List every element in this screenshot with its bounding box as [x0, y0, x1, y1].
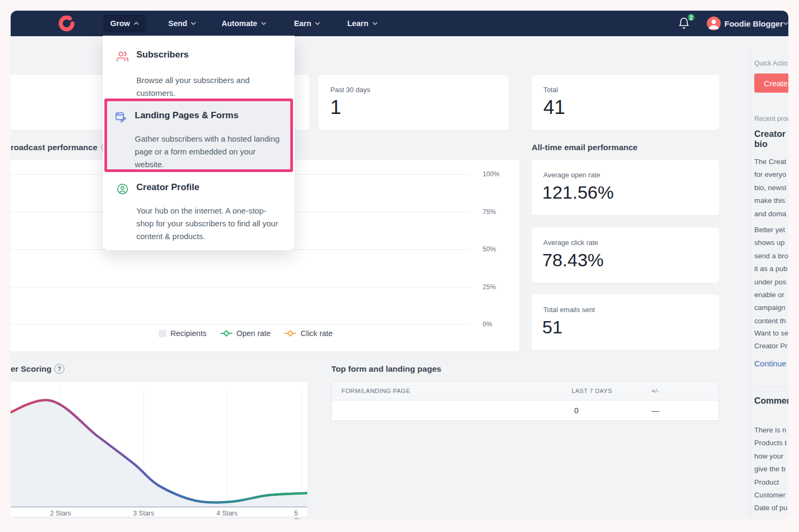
- top-navbar: Grow Send Automate Earn Learn 2: [11, 11, 788, 36]
- legend-item[interactable]: Click rate: [284, 329, 332, 338]
- click-rate-card: Average click rate 78.43%: [532, 227, 719, 283]
- stat-label: Average open rate: [543, 171, 600, 179]
- text-line: Date of pu: [754, 502, 787, 514]
- x-axis-tick: 3 Stars: [133, 510, 154, 517]
- y-axis-tick: 0%: [483, 321, 492, 328]
- top-forms-title: Top form and landing pages: [331, 364, 441, 374]
- text-line: for everyo: [754, 168, 786, 181]
- text-line: Creator Pr: [754, 340, 788, 353]
- quick-actions-label: Quick Actio: [754, 60, 788, 67]
- bio-paragraph-3: Want to seCreator Pr: [754, 327, 788, 353]
- stat-value: 121.56%: [542, 182, 614, 203]
- legend-swatch-icon: [159, 330, 166, 337]
- legend-label: Click rate: [300, 329, 332, 338]
- continue-link[interactable]: Continue: [754, 359, 786, 368]
- app-page: Grow Send Automate Earn Learn 2: [11, 11, 788, 519]
- bio-paragraph-1: The Creatfor everyobio, newslmake thisan…: [754, 155, 786, 220]
- legend-label: Recipients: [170, 329, 207, 338]
- user-menu[interactable]: Foodie Blogger: [724, 11, 783, 36]
- menu-item-description: Browse all your subscribers and customer…: [136, 74, 283, 100]
- text-line: Products t: [754, 437, 787, 449]
- legend-item[interactable]: Open rate: [221, 329, 271, 338]
- nav-grow-label: Grow: [110, 19, 130, 28]
- menu-item-title: Creator Profile: [136, 182, 199, 193]
- text-line: Better yet: [754, 224, 788, 236]
- menu-item-description: Your hub on the internet. A one-stop-sho…: [136, 204, 283, 243]
- stat-label: Past 30 days: [330, 86, 370, 94]
- nav-automate-label: Automate: [222, 19, 257, 28]
- nav-item-learn[interactable]: Learn: [347, 11, 378, 36]
- scoring-plot: 2 Stars3 Stars4 Stars5 Stars: [11, 382, 307, 517]
- cell-last7: 0: [574, 406, 578, 415]
- text-line: under pos: [754, 276, 788, 289]
- user-name-label: Foodie Blogger: [724, 19, 783, 28]
- x-axis-tick: 2 Stars: [50, 510, 71, 517]
- y-axis-tick: 100%: [483, 170, 500, 178]
- text-line: shows up: [754, 236, 788, 249]
- comments-heading: Commen: [754, 396, 788, 406]
- stat-value: 51: [542, 317, 562, 338]
- subscriber-scoring-chart-card: 2 Stars3 Stars4 Stars5 Stars: [11, 382, 307, 517]
- text-line: and doma: [754, 208, 786, 220]
- chevron-down-icon: [261, 22, 266, 25]
- nav-item-send[interactable]: Send: [168, 11, 196, 36]
- email-performance-title: All-time email performance: [532, 143, 638, 152]
- text-line: enable or: [754, 289, 788, 301]
- stat-card-past-30-days: Past 30 days 1: [319, 75, 509, 130]
- x-axis-tick: 5 Stars: [294, 510, 309, 519]
- stat-card-total: Total 41: [532, 75, 719, 130]
- stat-value: 1: [330, 96, 341, 119]
- notifications-button[interactable]: 2: [678, 17, 692, 31]
- top-forms-table: FORM/LANDING PAGE LAST 7 DAYS +/- 0 —: [331, 381, 719, 421]
- text-line: send a bro: [754, 250, 788, 263]
- text-line: give the b: [754, 463, 787, 476]
- nav-item-grow[interactable]: Grow: [103, 14, 146, 32]
- stat-value: 41: [543, 96, 565, 119]
- broadcast-performance-title: roadcast performance: [11, 143, 97, 152]
- user-avatar[interactable]: [707, 17, 721, 30]
- grow-dropdown-menu: Subscribers Browse all your subscribers …: [103, 36, 295, 250]
- bio-paragraph-2: Better yetshows upsend a broit as a pubu…: [754, 224, 788, 328]
- nav-send-label: Send: [168, 19, 187, 28]
- table-row[interactable]: 0 —: [332, 400, 719, 420]
- text-line: bio, newsl: [754, 182, 786, 194]
- text-line: how your: [754, 450, 787, 463]
- text-line: Product: [754, 476, 787, 489]
- comments-paragraph: There is nProducts thow yourgive the bPr…: [754, 424, 787, 515]
- notification-badge: 2: [687, 13, 696, 22]
- col-last-7-days: LAST 7 DAYS: [572, 388, 612, 394]
- help-icon[interactable]: ?: [54, 364, 64, 374]
- right-sidebar: Quick Actio Create Recent prod Creator b…: [750, 48, 788, 519]
- text-line: There is n: [754, 424, 787, 437]
- text-line: it as a pub: [754, 263, 788, 275]
- creator-bio-heading: Creator bio: [754, 129, 786, 149]
- text-line: Customer: [754, 489, 787, 502]
- chevron-down-icon: [372, 22, 378, 25]
- col-delta: +/-: [651, 388, 659, 394]
- text-line: Want to se: [754, 327, 788, 340]
- recent-products-label: Recent prod: [754, 115, 788, 122]
- convertkit-logo-icon[interactable]: [58, 14, 76, 32]
- text-line: The Creat: [754, 155, 786, 168]
- nav-learn-label: Learn: [347, 19, 369, 28]
- menu-item-title: Subscribers: [136, 50, 189, 60]
- landing-pages-icon: [115, 111, 127, 123]
- nav-item-automate[interactable]: Automate: [222, 11, 266, 36]
- chevron-down-icon: [315, 22, 320, 25]
- stat-value: 78.43%: [542, 250, 604, 271]
- menu-item-description: Gather subscribers with a hosted landing…: [135, 133, 284, 171]
- chevron-down-icon: [191, 22, 196, 25]
- text-line: content th: [754, 315, 788, 328]
- legend-item[interactable]: Recipients: [159, 329, 207, 338]
- legend-label: Open rate: [237, 329, 271, 338]
- chevron-down-icon: [783, 22, 788, 25]
- stat-label: Total emails sent: [543, 306, 595, 314]
- nav-item-earn[interactable]: Earn: [294, 11, 320, 36]
- emails-sent-card: Total emails sent 51: [532, 294, 719, 350]
- menu-item-title: Landing Pages & Forms: [135, 110, 239, 121]
- create-button[interactable]: Create: [754, 73, 788, 93]
- x-axis-tick: 4 Stars: [216, 510, 238, 517]
- chevron-up-icon: [134, 22, 139, 25]
- open-rate-card: Average open rate 121.56%: [532, 160, 719, 215]
- creator-profile-icon: [117, 183, 128, 195]
